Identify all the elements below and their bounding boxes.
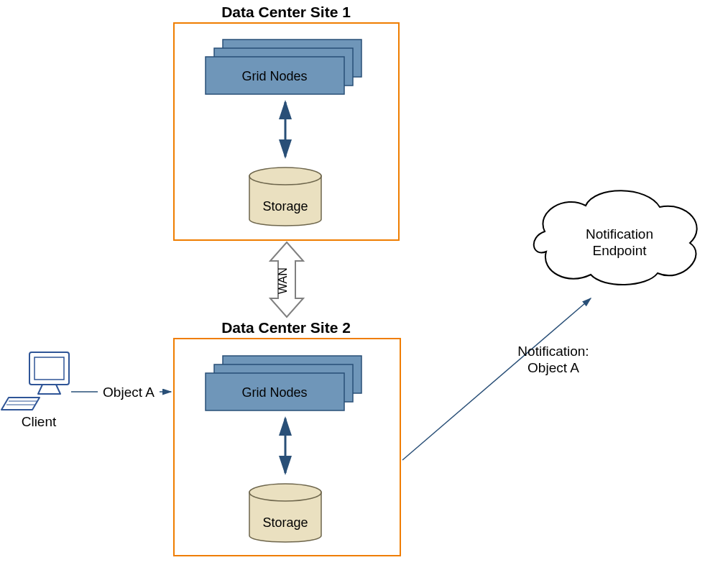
notification-cloud: Notification Endpoint: [534, 190, 697, 285]
svg-point-3: [249, 167, 321, 185]
cloud-label-line2: Endpoint: [592, 243, 647, 258]
site2-storage-label: Storage: [262, 515, 308, 530]
notification-arrow-label2: Object A: [527, 360, 579, 375]
notification-arrow: [402, 298, 591, 460]
cloud-label-line1: Notification: [586, 226, 653, 242]
site1-storage: Storage: [249, 167, 321, 226]
client-icon: [1, 352, 69, 410]
diagram-canvas: Data Center Site 1 Grid Nodes Storage WA…: [0, 0, 728, 583]
client-label: Client: [22, 414, 57, 429]
site2-title: Data Center Site 2: [221, 319, 351, 336]
site2-storage: Storage: [249, 484, 321, 542]
site2-grid-label: Grid Nodes: [241, 385, 307, 400]
notification-arrow-label1: Notification:: [517, 344, 589, 359]
svg-rect-9: [34, 357, 64, 380]
object-a-label: Object A: [103, 385, 155, 400]
site1-grid-label: Grid Nodes: [241, 69, 307, 83]
site1-grid-nodes: Grid Nodes: [206, 40, 361, 94]
wan-arrow: WAN: [270, 242, 303, 317]
svg-point-7: [249, 484, 321, 501]
site1-storage-label: Storage: [262, 199, 308, 214]
site2-grid-nodes: Grid Nodes: [206, 356, 361, 410]
wan-label: WAN: [277, 267, 289, 294]
site1-title: Data Center Site 1: [221, 4, 351, 20]
